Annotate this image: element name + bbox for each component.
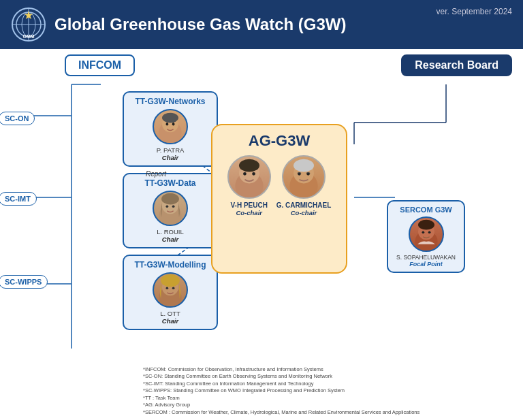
ag-carmichael-avatar xyxy=(282,155,326,199)
svg-point-28 xyxy=(172,205,175,208)
page-header: OMM Global Greenhouse Gas Watch (G3W) ve… xyxy=(0,0,523,49)
svg-point-38 xyxy=(252,172,255,176)
ag-chairs: V-H PEUCH Co-chair xyxy=(227,155,332,216)
svg-point-41 xyxy=(294,159,314,172)
footnote-7: *SERCOM : Commission for Weather, Climat… xyxy=(143,409,441,417)
omm-logo: OMM xyxy=(11,7,46,42)
svg-point-31 xyxy=(161,274,180,287)
research-board-label: Research Board xyxy=(415,59,498,71)
svg-point-33 xyxy=(172,287,175,289)
ag-carmichael-name: G. CARMICHAEL xyxy=(276,201,332,209)
ag-g3w-box: AG-G3W V-H PEUCH Co-chair xyxy=(211,124,347,274)
footnote-6: *AG: Advisory Group xyxy=(143,402,441,409)
sercom-box: SERCOM G3W S. SOPAHELUWAKAN Focal Point xyxy=(387,200,465,273)
diagram-area: INFCOM Research Board SC-ON SC-IMT SC-WI… xyxy=(0,49,523,420)
sc-on-label: SC-ON xyxy=(0,112,35,125)
ag-peuch-avatar xyxy=(227,155,271,199)
tt-networks-avatar xyxy=(153,109,188,144)
tt-networks-name: P. PATRA xyxy=(157,146,185,154)
ag-title: AG-G3W xyxy=(249,132,310,150)
version-label: ver. September 2024 xyxy=(437,7,512,16)
research-board-box: Research Board xyxy=(401,54,512,76)
ag-carmichael-role: Co-chair xyxy=(291,209,317,216)
sc-wipps-label: SC-WIPPS xyxy=(0,275,48,289)
footnote-2: *SC-ON: Standing Committee on Earth Obse… xyxy=(143,373,441,381)
tt-networks-title: TT-G3W-Networks xyxy=(135,97,205,106)
tt-data-name: L. ROUIL xyxy=(157,228,184,236)
footnote-1: *INFCOM: Commission for Observation, Inf… xyxy=(143,366,441,374)
svg-point-26 xyxy=(161,193,179,205)
tt-data-avatar xyxy=(153,191,188,226)
sc-imt-label: SC-IMT xyxy=(0,192,37,206)
sercom-name: S. SOPAHELUWAKAN xyxy=(396,254,456,261)
ag-peuch-name: V-H PEUCH xyxy=(230,201,267,209)
tt-modelling-role: Chair xyxy=(162,317,178,325)
svg-text:OMM: OMM xyxy=(22,34,34,39)
ag-peuch-role: Co-chair xyxy=(236,209,262,216)
tt-modelling-title: TT-G3W-Modelling xyxy=(134,260,206,270)
svg-point-21 xyxy=(162,113,178,123)
svg-point-37 xyxy=(243,172,247,176)
svg-point-47 xyxy=(422,231,424,233)
tt-data-role: Chair xyxy=(162,236,178,243)
ag-chair-peuch: V-H PEUCH Co-chair xyxy=(227,155,271,216)
report-label: Report xyxy=(146,170,166,178)
tt-data-box: TT-G3W-Data L. ROUIL Chair xyxy=(123,173,218,248)
svg-point-22 xyxy=(166,123,169,126)
tt-networks-role: Chair xyxy=(162,154,178,161)
tt-modelling-avatar xyxy=(153,272,188,308)
svg-point-46 xyxy=(418,220,434,230)
svg-point-23 xyxy=(172,123,175,126)
tt-modelling-box: TT-G3W-Modelling L. OTT Chair xyxy=(123,255,218,330)
svg-point-48 xyxy=(428,231,430,233)
footnotes-area: *INFCOM: Commission for Observation, Inf… xyxy=(143,366,441,417)
sercom-role: Focal Point xyxy=(409,261,443,268)
tt-data-title: TT-G3W-Data xyxy=(144,178,195,188)
ag-chair-carmichael: G. CARMICHAEL Co-chair xyxy=(276,155,332,216)
footnote-4: *SC-WIPPS: Standing Committee on WMO Int… xyxy=(143,387,441,395)
footnote-3: *SC-IMT: Standing Committee on Informati… xyxy=(143,381,441,388)
footnote-5: *TT : Task Team xyxy=(143,395,441,402)
tt-networks-box: TT-G3W-Networks P. PATRA Chair xyxy=(123,91,218,167)
infcom-box: INFCOM xyxy=(65,54,135,76)
sercom-title: SERCOM G3W xyxy=(400,206,451,214)
svg-point-36 xyxy=(239,159,259,172)
sercom-avatar xyxy=(409,216,444,252)
header-text: Global Greenhouse Gas Watch (G3W) xyxy=(54,15,347,34)
tt-modelling-name: L. OTT xyxy=(160,310,180,317)
app-title: Global Greenhouse Gas Watch (G3W) xyxy=(54,15,347,34)
infcom-label: INFCOM xyxy=(78,59,121,71)
svg-point-27 xyxy=(166,205,169,208)
svg-point-32 xyxy=(166,287,169,289)
